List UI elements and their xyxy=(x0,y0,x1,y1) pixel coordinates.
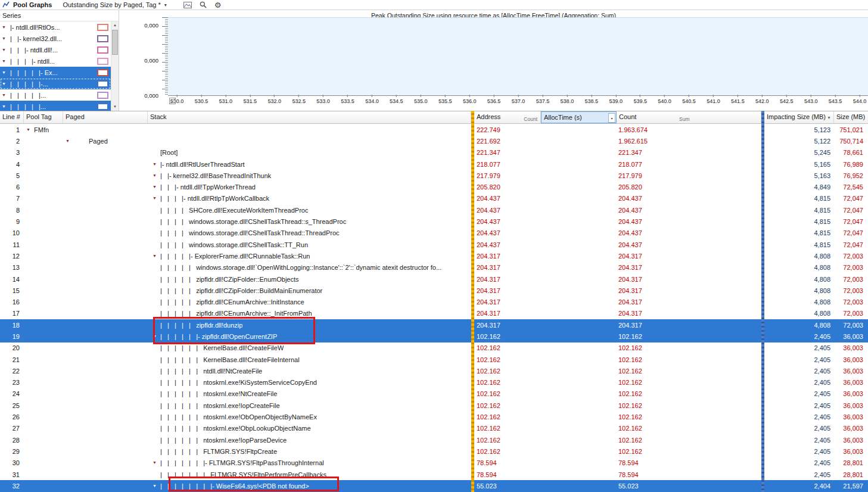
col-header-line[interactable]: Line # xyxy=(0,111,24,123)
chart-select-icon[interactable] xyxy=(169,98,176,104)
table-row[interactable]: 29 | | | | | | FLTMGR.SYS!FltpCreate 102… xyxy=(0,446,868,457)
size-mb-value: 36,003 xyxy=(834,437,868,444)
table-row[interactable]: 14 | | | | | zipfldr.dll!CZipFolder::Enu… xyxy=(0,273,868,285)
expander-icon[interactable]: ▼ xyxy=(153,195,160,201)
address-value: 205.820 xyxy=(474,183,614,191)
series-item[interactable]: ▼ | | |- ntdll.dll!... xyxy=(0,44,111,55)
view-title[interactable]: Outstanding Size by Paged, Tag * xyxy=(63,1,160,8)
expander-icon[interactable]: ▼ xyxy=(66,138,73,144)
table-row[interactable]: 4 ▼ |- ntdll.dll!RtlUserThreadStart 218.… xyxy=(0,158,868,170)
table-row[interactable]: 6 ▼ | | |- ntdll.dll!TppWorkerThread 205… xyxy=(0,181,868,192)
impacting-size-value: 5,163 xyxy=(764,172,834,179)
series-expander-icon[interactable]: ▼ xyxy=(2,92,8,98)
col-header-count[interactable]: Count Sum xyxy=(617,111,761,123)
table-row[interactable]: 27 | | | | | | ntoskrnl.exe!ObpLookupObj… xyxy=(0,423,868,434)
series-item[interactable]: ▼ | | | | |... xyxy=(0,101,111,111)
alloctime-value: 102.162 xyxy=(614,344,764,351)
table-row[interactable]: 32 ▼ | | | | | | | |- WiseFs64.sys!<PDB … xyxy=(0,480,868,491)
stack-cell: | | | | | windows.storage.dll!`OpenWithL… xyxy=(148,264,474,271)
expander-icon[interactable]: ▼ xyxy=(153,253,160,259)
table-row[interactable]: 28 | | | | | | ntoskrnl.exe!IopParseDevi… xyxy=(0,434,868,446)
scrollbar-up-icon[interactable]: ▲ xyxy=(111,21,119,29)
table-row[interactable]: 24 | | | | | | ntoskrnl.exe!NtCreateFile… xyxy=(0,388,868,400)
size-mb-value: 72,003 xyxy=(834,276,868,283)
table-row[interactable]: 30 ▼ | | | | | | |- FLTMGR.SYS!FltpPassT… xyxy=(0,457,868,469)
series-expander-icon[interactable]: ▼ xyxy=(2,104,8,110)
table-row[interactable]: 19 ▼ | | | | | |- zipfldr.dll!OpenCurren… xyxy=(0,331,868,342)
table-row[interactable]: 26 | | | | | | ntoskrnl.exe!ObOpenObject… xyxy=(0,411,868,422)
series-item[interactable]: ▼ | | | | |- Ex... xyxy=(0,67,111,78)
stack-frame-value: | | | | | | ntoskrnl.exe!IopParseDevice xyxy=(160,437,287,444)
table-row[interactable]: 8 | | | | SHCore.dll!ExecuteWorkItemThre… xyxy=(0,204,868,216)
settings-gear-icon[interactable]: ⚙ xyxy=(214,1,222,9)
series-item[interactable]: ▼ |- ntdll.dll!RtlOs... xyxy=(0,21,111,33)
table-row[interactable]: 10 | | | | windows.storage.dll!CShellTas… xyxy=(0,228,868,239)
table-row[interactable]: 12 ▼ | | | | |- ExplorerFrame.dll!CRunna… xyxy=(0,250,868,261)
col-header-size[interactable]: Size (MB) xyxy=(834,111,868,123)
stack-frame-value: | | | | | | |- FLTMGR.SYS!FltpPassThroug… xyxy=(160,459,324,466)
series-expander-icon[interactable]: ▼ xyxy=(2,24,8,30)
expander-icon[interactable]: ▼ xyxy=(153,184,160,190)
series-expander-icon[interactable]: ▼ xyxy=(2,70,8,76)
stack-frame-value: | | | | |- ExplorerFrame.dll!CRunnableTa… xyxy=(160,253,310,260)
alloctime-value: 102.162 xyxy=(614,402,764,409)
table-row[interactable]: 23 | | | | | | ntoskrnl.exe!KiSystemServ… xyxy=(0,377,868,388)
expander-icon[interactable]: ▼ xyxy=(153,483,160,489)
scrollbar-down-icon[interactable]: ▼ xyxy=(111,103,119,111)
series-expander-icon[interactable]: ▼ xyxy=(2,36,8,42)
table-row[interactable]: 16 | | | | | zipfldr.dll!CEnumArchive::I… xyxy=(0,296,868,307)
table-row[interactable]: 9 | | | | windows.storage.dll!CShellTask… xyxy=(0,216,868,227)
stack-frame-value: | | | | | | ntoskrnl.exe!ObpLookupObject… xyxy=(160,425,311,432)
table-row[interactable]: 11 | | | | windows.storage.dll!CShellTas… xyxy=(0,239,868,250)
pool-tag-cell: ▼ FMfn xyxy=(24,126,63,133)
table-row[interactable]: 7 ▼ | | | |- ntdll.dll!RtlpTpWorkCallbac… xyxy=(0,193,868,204)
view-dropdown-icon[interactable]: ▾ xyxy=(164,2,167,8)
blue-divider-bar[interactable] xyxy=(761,111,764,492)
series-item[interactable]: ▼ | | | |- ntdll... xyxy=(0,55,111,67)
plot-area[interactable] xyxy=(168,17,868,96)
series-panel: Series ▼ |- ntdll.dll!RtlOs... ▼ | |- ke… xyxy=(0,10,119,111)
series-scrollbar[interactable]: ▲ ▼ xyxy=(111,21,119,111)
table-row[interactable]: 22 | | | | | | ntdll.dll!NtCreateFile 10… xyxy=(0,365,868,376)
impacting-size-value: 5,123 xyxy=(764,126,834,133)
table-row[interactable]: 13 | | | | | windows.storage.dll!`OpenWi… xyxy=(0,262,868,273)
search-icon[interactable] xyxy=(200,1,207,8)
column-dropdown-icon[interactable]: ▾ xyxy=(608,113,615,123)
export-image-icon[interactable] xyxy=(183,2,192,8)
col-header-alloctime[interactable]: AllocTime (s) ▾ xyxy=(541,111,617,123)
col-header-address[interactable]: Address Count xyxy=(474,111,541,123)
col-header-impacting-size[interactable]: Impacting Size (MB) ▼ xyxy=(764,111,834,123)
expander-icon[interactable]: ▼ xyxy=(153,173,160,179)
table-row[interactable]: 20 | | | | | | KernelBase.dll!CreateFile… xyxy=(0,342,868,354)
series-item[interactable]: ▼ | | | | |-... xyxy=(0,78,111,89)
table-row[interactable]: 5 ▼ | |- kernel32.dll!BaseThreadInitThun… xyxy=(0,170,868,181)
col-header-pool-tag[interactable]: Pool Tag xyxy=(24,111,63,123)
table-row[interactable]: 25 | | | | | | ntoskrnl.exe!IopCreateFil… xyxy=(0,400,868,411)
expander-icon[interactable]: ▼ xyxy=(153,460,160,466)
gold-divider-bar[interactable] xyxy=(471,111,474,492)
address-value: 78.594 xyxy=(474,459,614,466)
table-row[interactable]: 15 | | | | | zipfldr.dll!CZipFolder::Bui… xyxy=(0,285,868,296)
stack-frame-value: | |- kernel32.dll!BaseThreadInitThunk xyxy=(160,172,271,179)
table-row[interactable]: 31 | | | | | | | FLTMGR.SYS!FltpPerformP… xyxy=(0,469,868,480)
scrollbar-thumb[interactable] xyxy=(112,30,118,55)
col-header-stack[interactable]: Stack xyxy=(148,111,471,123)
table-row[interactable]: 3 [Root] 221.347 221.347 5,245 78,661 xyxy=(0,147,868,158)
series-item[interactable]: ▼ | |- kernel32.dll... xyxy=(0,33,111,44)
address-value: 204.437 xyxy=(474,241,614,248)
table-row[interactable]: 21 | | | | | | KernelBase.dll!CreateFile… xyxy=(0,354,868,365)
expander-icon[interactable]: ▼ xyxy=(153,161,160,167)
expander-icon[interactable]: ▼ xyxy=(153,334,160,340)
table-row[interactable]: 17 | | | | | zipfldr.dll!CEnumArchive::_… xyxy=(0,308,868,319)
table-row[interactable]: 2 ▼ Paged 221.692 1.962.615 5,122 750,71… xyxy=(0,135,868,147)
table-row[interactable]: 18 | | | | | zipfldr.dll!dunzip 204.317 … xyxy=(0,319,868,331)
series-expander-icon[interactable]: ▼ xyxy=(2,81,8,87)
size-mb-value: 36,003 xyxy=(834,368,868,375)
expander-icon[interactable]: ▼ xyxy=(26,127,34,133)
series-item[interactable]: ▼ | | | | |... xyxy=(0,89,111,101)
size-mb-value: 21,597 xyxy=(834,482,868,490)
table-row[interactable]: 1 ▼ FMfn 222.749 1.963.674 5,123 751,021 xyxy=(0,124,868,135)
series-expander-icon[interactable]: ▼ xyxy=(2,58,8,64)
col-header-paged[interactable]: Paged xyxy=(63,111,148,123)
series-expander-icon[interactable]: ▼ xyxy=(2,47,8,53)
